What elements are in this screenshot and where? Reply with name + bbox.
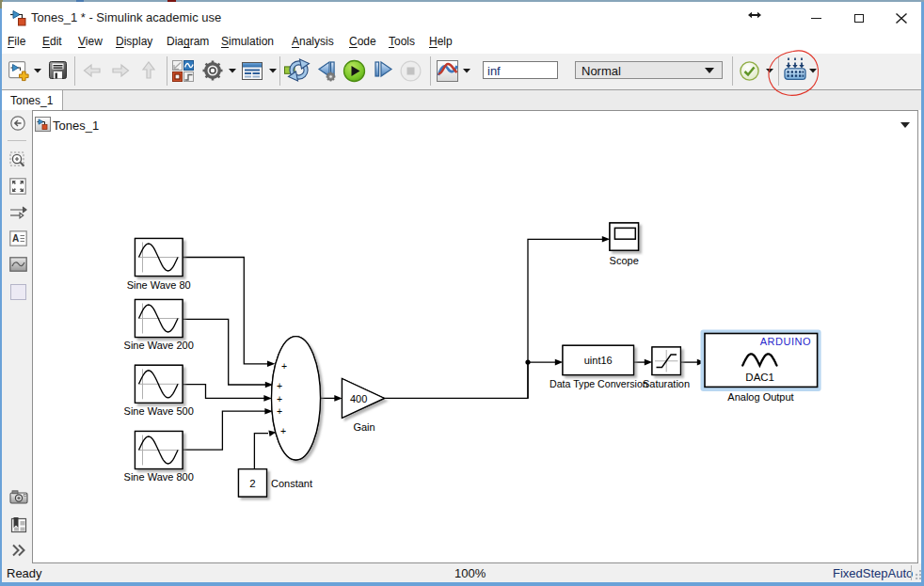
svg-text:A: A [12, 233, 19, 244]
svg-text:ARDUINO: ARDUINO [760, 336, 811, 347]
svg-text:Saturation: Saturation [643, 378, 690, 389]
svg-text:Scope: Scope [610, 255, 639, 266]
svg-text:2: 2 [249, 478, 255, 489]
svg-text:400: 400 [350, 393, 367, 404]
svg-text:Gain: Gain [353, 421, 374, 433]
svg-text:Analog Output: Analog Output [727, 391, 793, 403]
svg-text:uint16: uint16 [584, 355, 613, 366]
svg-text:+: + [277, 393, 282, 404]
svg-text:+: + [277, 380, 282, 391]
svg-text:Sine Wave 800: Sine Wave 800 [124, 471, 194, 483]
svg-text:+: + [280, 425, 286, 436]
svg-text:Data Type Conversion: Data Type Conversion [550, 378, 648, 389]
svg-text:Sine Wave 200: Sine Wave 200 [124, 340, 194, 351]
svg-text:Sine Wave 500: Sine Wave 500 [124, 405, 194, 417]
svg-text:Sine Wave 80: Sine Wave 80 [127, 279, 191, 291]
svg-text:+: + [281, 360, 287, 372]
svg-text:Constant: Constant [271, 478, 312, 489]
svg-text:+: + [277, 405, 282, 417]
svg-text:DAC1: DAC1 [745, 372, 774, 383]
